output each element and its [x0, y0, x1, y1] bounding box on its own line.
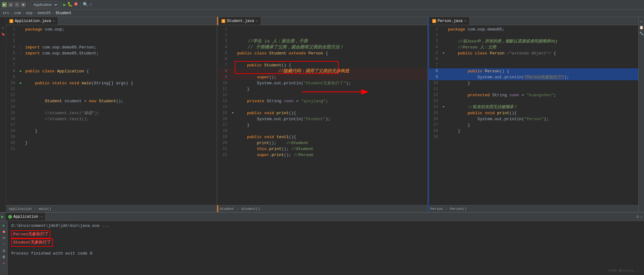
toolbar-icon-3[interactable]: ⚡	[14, 2, 20, 7]
run-close-ctrl[interactable]: ✕	[1, 261, 6, 266]
right-sidebar-icon-2[interactable]: 📋	[639, 25, 644, 30]
panel1-tabs: J Application.java ✕	[6, 17, 217, 25]
sidebar-icon-bookmark[interactable]: 🔖	[1, 32, 5, 36]
code-line: 2	[6, 32, 217, 38]
panel-student: J Student.java ✕ 1 2	[217, 17, 428, 212]
code-line: 18	[218, 128, 428, 134]
code-line: 15 //student.test("秦疆");	[6, 110, 217, 116]
code-line: 21 this.print(); //Student	[218, 146, 428, 152]
breadcrumb-bar: src › com › oop › demo05 › Student	[0, 9, 644, 17]
code-line: 18 }	[429, 128, 638, 134]
panel3-status: Person › Person()	[428, 205, 638, 212]
panel3-tabs: J Person.java ✕	[428, 17, 638, 25]
toolbar-icon-4[interactable]: ⊞	[21, 2, 26, 7]
code-line: 5 □ import com.oop.demo05.Student;	[6, 50, 217, 56]
code-line: 12	[218, 92, 428, 98]
code-line: 15 public void print(){	[429, 110, 638, 116]
code-line: 5 ● public class Person /*extends Object…	[429, 50, 638, 56]
code-line: 10 }	[429, 80, 638, 86]
code-line: 12 protected String name = "kuangshen";	[429, 92, 638, 98]
panel3-tab-person[interactable]: J Person.java ✕	[429, 17, 470, 25]
code-line: 5 public class Student extends Person {	[218, 50, 428, 56]
panel3-code[interactable]: 1 package com.oop.demo05; 2 3 //在Java中，所…	[428, 25, 638, 205]
panel2-status: Student › Student()	[217, 205, 428, 212]
code-line: 8 ▶ public class Application {	[6, 68, 217, 74]
code-line: 1 package com.oop;	[6, 26, 217, 32]
code-line: 16 System.out.println("Person");	[429, 116, 638, 122]
run-button[interactable]: ▶	[63, 2, 66, 8]
code-line: 4 // 子类继承了父类，就会拥有父类的全部方法！	[218, 44, 428, 50]
run-tab-dot	[8, 215, 12, 219]
code-line: 4 //Person 人：父类	[429, 44, 638, 50]
code-line: 19	[6, 134, 217, 140]
panel2-code[interactable]: 1 2 3 //学生 is 人：派生类，子类	[217, 25, 428, 205]
breadcrumb-demo05[interactable]: demo05	[37, 11, 51, 15]
panel1-status: Application › main()	[6, 205, 217, 212]
toolbar-search[interactable]: 🔍	[83, 2, 88, 7]
run-scroll-ctrl[interactable]: ↕	[1, 242, 6, 247]
toolbar-git[interactable]: ⑃	[89, 2, 92, 7]
toolbar-sep-1	[28, 2, 28, 8]
code-line: 16 System.out.println("Student");	[218, 116, 428, 122]
run-ctrl-settings[interactable]: ⚙	[636, 214, 639, 219]
toolbar-icon-2[interactable]: ↺	[8, 2, 13, 7]
run-controls-right: ⚙ ↗	[636, 214, 643, 219]
code-line: 12	[6, 92, 217, 98]
right-sidebar-icon-1[interactable]: ⚙	[640, 20, 642, 24]
code-line: 11	[429, 86, 638, 92]
breadcrumb-src[interactable]: src	[3, 11, 9, 15]
panel1-code[interactable]: 1 package com.oop; 2 3	[6, 25, 217, 205]
run-play-ctrl[interactable]: ▶	[1, 223, 6, 228]
code-line: 2	[218, 32, 428, 38]
run-tab-close[interactable]: ✕	[41, 215, 43, 219]
run-config-dropdown[interactable]: Application	[31, 1, 59, 8]
code-line: 14	[6, 104, 217, 110]
code-line: 11	[6, 86, 217, 92]
code-line: 10 System.out.println("Student无参执行了");	[218, 80, 428, 86]
code-line: 7 public Student() {	[218, 62, 428, 68]
code-line: 13 Student student = new Student();	[6, 98, 217, 104]
sidebar-icon-structure[interactable]: ≡	[2, 26, 4, 30]
debug-button[interactable]: 🐛	[67, 2, 73, 8]
breadcrumb-student[interactable]: Student	[56, 11, 71, 15]
code-line: 11 }	[218, 86, 428, 92]
breadcrumb-oop[interactable]: oop	[26, 11, 33, 15]
right-sidebar: ⚙ 📋 🔧	[638, 17, 644, 212]
panel2-tab-student[interactable]: J Student.java ✕	[218, 17, 261, 25]
breadcrumb-com[interactable]: com	[14, 11, 21, 15]
run-wrap-ctrl[interactable]: ⟳	[1, 235, 6, 240]
run-stop-ctrl[interactable]: ⏹	[1, 229, 6, 234]
right-sidebar-icon-3[interactable]: 🔧	[639, 31, 644, 36]
toolbar-sep-3	[80, 2, 81, 8]
left-sidebar: ≡ 🔖 ⋮	[0, 17, 6, 212]
code-line: 3	[6, 38, 217, 44]
panel3-indicator	[428, 17, 429, 212]
toolbar-icon-1[interactable]: ▶	[2, 2, 7, 7]
code-line: 13 private String name = "qinjiang";	[218, 98, 428, 104]
code-line: 1 package com.oop.demo05;	[429, 26, 638, 32]
code-line: 22 super.print(); //Person	[218, 152, 428, 158]
code-line: 19	[429, 134, 638, 140]
code-line: 17 }	[429, 122, 638, 128]
code-line: 16 //student.test1();	[6, 116, 217, 122]
run-clear-ctrl[interactable]: 🗑	[1, 254, 6, 259]
code-line: 6	[429, 56, 638, 62]
tab3-close[interactable]: ✕	[464, 19, 466, 23]
panel-person: J Person.java ✕ 1 package com.oop.demo05…	[428, 17, 638, 212]
code-line: 2	[429, 32, 638, 38]
panel-application: J Application.java ✕ 1 package com.oop; …	[6, 17, 217, 212]
run-tab-application[interactable]: Application ✕	[6, 213, 45, 221]
code-line-redbox-9: 9 super();	[218, 74, 428, 80]
tab1-close[interactable]: ✕	[53, 19, 55, 23]
code-line: 18 }	[6, 128, 217, 134]
code-line: 6	[6, 56, 217, 62]
code-line: 4 □ import com.oop.demo05.Person;	[6, 44, 217, 50]
toolbar-sep-2	[61, 2, 61, 8]
stop-button[interactable]: ⏹	[74, 2, 78, 8]
run-print-ctrl[interactable]: 🖨	[1, 248, 6, 253]
panel1-tab-application[interactable]: J Application.java ✕	[6, 17, 58, 25]
sidebar-icon-hierarchy[interactable]: ⋮	[2, 39, 5, 42]
tab2-close[interactable]: ✕	[255, 19, 258, 23]
code-line: 15 ● public void print(){	[218, 110, 428, 116]
run-ctrl-external[interactable]: ↗	[640, 214, 643, 219]
